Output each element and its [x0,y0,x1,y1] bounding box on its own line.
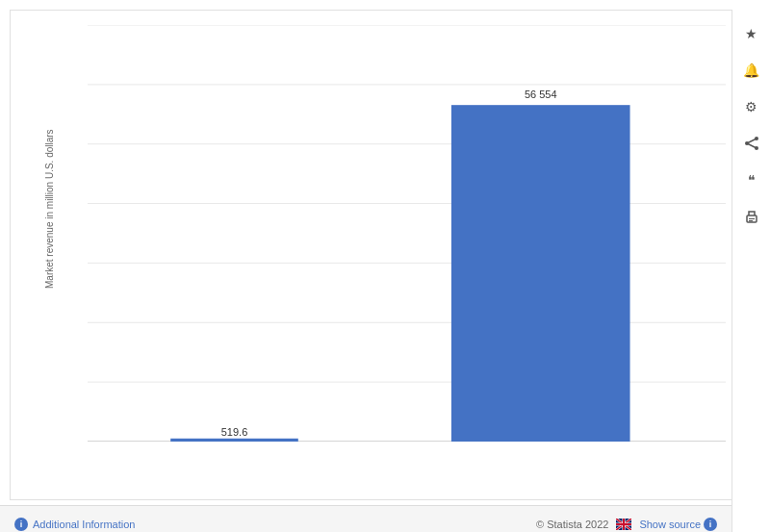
svg-rect-29 [749,220,753,221]
bar-2016 [170,439,298,442]
svg-text:519.6: 519.6 [221,426,248,438]
svg-text:2026*: 2026* [526,440,554,442]
quote-icon[interactable]: ❝ [737,165,766,194]
svg-line-26 [747,143,757,148]
statista-credit: © Statista 2022 [536,519,608,530]
star-icon[interactable]: ★ [737,19,766,48]
show-source-label: Show source [639,519,701,530]
chart-svg: 70 000 60 000 50 000 40 000 30 000 20 00… [88,25,726,442]
bar-2026 [451,105,630,442]
additional-info-label: Additional Information [33,519,135,530]
sidebar: ★ 🔔 ⚙ ❝ [732,10,770,532]
share-icon[interactable] [737,129,766,158]
flag-icon [616,519,631,530]
source-info-icon: i [704,518,717,531]
footer-right: © Statista 2022 Show source i [536,518,717,531]
additional-info-link[interactable]: i Additional Information [14,518,135,531]
y-axis-label: Market revenue in million U.S. dollars [44,221,55,289]
svg-line-25 [747,139,757,143]
footer: i Additional Information © Statista 2022… [0,505,732,532]
svg-text:56 554: 56 554 [525,89,557,100]
chart-container: Market revenue in million U.S. dollars 7… [10,10,741,500]
gear-icon[interactable]: ⚙ [737,92,766,121]
bell-icon[interactable]: 🔔 [737,56,766,85]
print-icon[interactable] [737,202,766,231]
info-icon: i [14,518,28,531]
svg-rect-28 [749,218,755,219]
show-source-link[interactable]: Show source i [639,518,717,531]
